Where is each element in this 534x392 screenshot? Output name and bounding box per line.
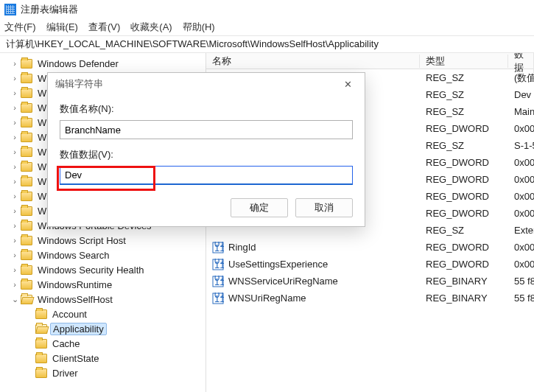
folder-icon: [35, 368, 47, 378]
folder-icon: [21, 59, 32, 69]
tree-item[interactable]: ›Windows Search: [0, 248, 205, 262]
chevron-right-icon[interactable]: ›: [10, 162, 19, 171]
folder-icon: [35, 339, 47, 349]
chevron-down-icon[interactable]: ⌄: [10, 295, 19, 304]
value-row[interactable]: 011110WNSServiceUriRegNameREG_BINARY55 f…: [206, 273, 534, 290]
value-data-label: 数值数据(V):: [60, 148, 353, 161]
address-bar[interactable]: 计算机\HKEY_LOCAL_MACHINE\SOFTWARE\Microsof…: [0, 36, 534, 52]
folder-icon: [21, 133, 32, 142]
chevron-right-icon[interactable]: ›: [10, 74, 19, 83]
value-type: REG_SZ: [420, 225, 508, 236]
tree-item[interactable]: ›WindowsRuntime: [0, 277, 205, 292]
tree-item[interactable]: Cache: [0, 336, 205, 351]
folder-icon: [35, 354, 47, 363]
chevron-right-icon[interactable]: ›: [10, 118, 19, 127]
chevron-right-icon[interactable]: ›: [10, 206, 19, 215]
tree-item[interactable]: ›Windows Security Health: [0, 262, 205, 277]
folder-open-icon: [35, 324, 47, 334]
folder-icon: [21, 118, 32, 127]
menu-view[interactable]: 查看(V): [88, 21, 120, 34]
value-type: REG_DWORD: [420, 157, 508, 168]
value-data: 55 f8 0: [508, 276, 534, 287]
tree-item-label: Driver: [50, 368, 80, 379]
tree-item-label: Cache: [50, 338, 82, 349]
app-title: 注册表编辑器: [21, 3, 78, 16]
value-type: REG_DWORD: [420, 174, 508, 185]
svg-text:110: 110: [214, 293, 224, 304]
tree-item[interactable]: Account: [0, 307, 205, 321]
dialog-close-button[interactable]: ✕: [335, 76, 360, 92]
tree-item[interactable]: ›Windows Script Host: [0, 233, 205, 248]
value-data: 55 f8 0: [508, 293, 534, 304]
folder-icon: [21, 147, 32, 157]
folder-icon: [21, 251, 32, 260]
tree-item-label: WindowsRuntime: [35, 279, 114, 290]
chevron-right-icon[interactable]: ›: [10, 133, 19, 141]
tree-item-label: ClientState: [50, 353, 102, 364]
app-icon: [4, 4, 16, 15]
tree-item[interactable]: Driver: [0, 365, 205, 380]
chevron-right-icon[interactable]: ›: [10, 221, 19, 230]
menu-help[interactable]: 帮助(H): [183, 21, 215, 34]
chevron-right-icon[interactable]: ›: [10, 88, 19, 97]
value-name-input[interactable]: [60, 120, 353, 139]
tree-item-label: Windows Security Health: [35, 265, 147, 276]
value-type: REG_DWORD: [420, 123, 508, 134]
titlebar: 注册表编辑器: [0, 0, 534, 19]
chevron-right-icon[interactable]: ›: [10, 251, 19, 259]
value-type: REG_BINARY: [420, 276, 508, 287]
col-name[interactable]: 名称: [206, 55, 420, 68]
value-row[interactable]: 011110UseSettingsExperienceREG_DWORD0x00…: [206, 256, 534, 273]
binary-value-icon: 011110: [212, 242, 224, 253]
tree-item[interactable]: ⌄WindowsSelfHost: [0, 292, 205, 307]
folder-icon: [21, 74, 32, 83]
value-data: 0x0000: [508, 157, 534, 168]
folder-icon: [21, 280, 32, 290]
value-type: REG_DWORD: [420, 208, 508, 219]
value-type: REG_SZ: [420, 89, 508, 100]
dialog-buttons: 确定 取消: [231, 198, 353, 217]
value-data: 0x0000: [508, 259, 534, 270]
folder-icon: [35, 309, 47, 319]
chevron-right-icon[interactable]: ›: [10, 265, 19, 274]
value-type: REG_SZ: [420, 106, 508, 117]
tree-item-label: Windows Script Host: [35, 235, 128, 246]
folder-icon: [21, 206, 32, 216]
tree-item[interactable]: Applicability: [0, 321, 205, 336]
value-name: WNSUriRegName: [228, 293, 306, 304]
tree-item[interactable]: ClientState: [0, 351, 205, 365]
folder-icon: [21, 162, 32, 172]
chevron-right-icon[interactable]: ›: [10, 147, 19, 156]
value-type: REG_BINARY: [420, 293, 508, 304]
folder-icon: [21, 192, 32, 201]
menu-file[interactable]: 文件(F): [4, 21, 36, 34]
tree-item-label: Windows Defender: [35, 58, 121, 69]
ok-button[interactable]: 确定: [231, 198, 288, 217]
value-data-input[interactable]: [60, 166, 353, 185]
value-row[interactable]: 011110WNSUriRegNameREG_BINARY55 f8 0: [206, 290, 534, 307]
value-data: 0x0000: [508, 242, 534, 253]
value-row[interactable]: 011110RingIdREG_DWORD0x0000: [206, 239, 534, 256]
folder-icon: [21, 177, 32, 186]
value-data: Mainlin: [508, 106, 534, 117]
cancel-button[interactable]: 取消: [295, 198, 353, 217]
menu-favorites[interactable]: 收藏夹(A): [130, 21, 172, 34]
value-data: 0x0000: [508, 208, 534, 219]
value-data: S-1-5-2: [508, 140, 534, 151]
tree-item[interactable]: ›Windows Defender: [0, 56, 205, 71]
value-data: 0x0000: [508, 174, 534, 185]
svg-text:110: 110: [214, 242, 224, 253]
close-icon: ✕: [344, 79, 352, 90]
menu-edit[interactable]: 编辑(E): [46, 21, 78, 34]
col-type[interactable]: 类型: [420, 55, 508, 68]
chevron-right-icon[interactable]: ›: [10, 59, 19, 68]
chevron-right-icon[interactable]: ›: [10, 192, 19, 200]
chevron-right-icon[interactable]: ›: [10, 280, 19, 289]
chevron-right-icon[interactable]: ›: [10, 236, 19, 245]
folder-icon: [21, 103, 32, 113]
chevron-right-icon[interactable]: ›: [10, 177, 19, 186]
value-name: UseSettingsExperience: [228, 259, 328, 270]
svg-text:110: 110: [214, 259, 224, 270]
chevron-right-icon[interactable]: ›: [10, 103, 19, 112]
value-type: REG_SZ: [420, 140, 508, 151]
